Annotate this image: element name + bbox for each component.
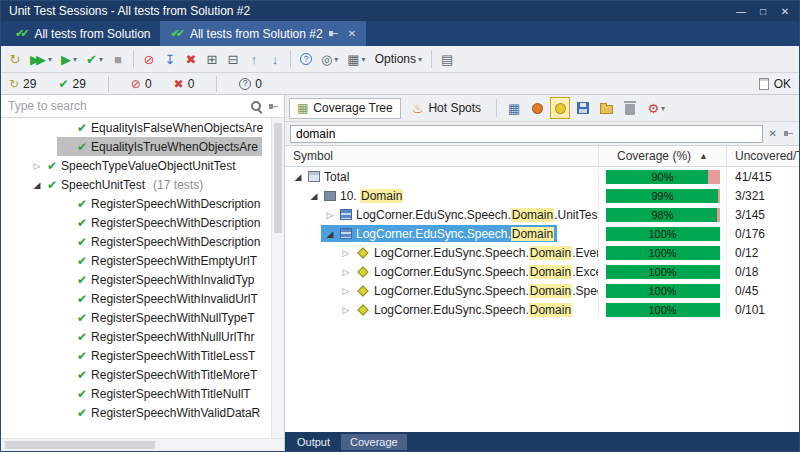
- delete-coverage-icon[interactable]: [620, 97, 640, 119]
- test-row[interactable]: ✔RegisterSpeechWithDescription: [1, 213, 271, 232]
- clear-filter-icon[interactable]: ✕: [769, 128, 777, 139]
- test-row[interactable]: ✔RegisterSpeechWithDescription: [1, 194, 271, 213]
- status-inconclusive: ?0: [239, 77, 262, 91]
- coverage-percent: 100%: [606, 227, 720, 241]
- close-button[interactable]: ✕: [775, 3, 795, 19]
- remove-tests-icon[interactable]: ✖: [181, 48, 201, 70]
- coverage-row[interactable]: ▷LogCorner.EduSync.Speech.Domain.Excep10…: [285, 262, 799, 281]
- rerun-tests-icon[interactable]: ↻: [5, 48, 25, 70]
- inconclusive-filter-icon[interactable]: ?: [296, 48, 316, 70]
- export-icon[interactable]: ▤: [437, 48, 457, 70]
- maximize-button[interactable]: □: [753, 3, 773, 19]
- status-inconclusive-value: 0: [255, 77, 262, 91]
- search-icon[interactable]: [250, 100, 263, 113]
- test-row[interactable]: ✔RegisterSpeechWithEmptyUrlT: [1, 251, 271, 270]
- coverage-row[interactable]: ▷LogCorner.EduSync.Speech.Domain.Speec10…: [285, 281, 799, 300]
- test-row[interactable]: ✔EqualityIsFalseWhenObjectsAre: [1, 118, 271, 137]
- tab-coverage-tree[interactable]: ▦Coverage Tree: [289, 98, 401, 119]
- collapse-icon[interactable]: ◢: [292, 172, 304, 182]
- expand-icon[interactable]: ▷: [340, 286, 352, 296]
- horizontal-scrollbar[interactable]: [1, 438, 284, 451]
- coverage-filter-input[interactable]: [290, 125, 763, 143]
- columns-icon[interactable]: ▦▾: [343, 48, 369, 70]
- coverage-percent: 100%: [606, 265, 720, 279]
- test-row[interactable]: ◢✔SpeechUnitTest(17 tests): [1, 175, 271, 194]
- status-passed-icon: ✔: [58, 78, 68, 90]
- rerun-failed-tests-icon[interactable]: ✔▾: [82, 48, 107, 70]
- status-separator: [108, 76, 109, 92]
- bottom-tab-coverage[interactable]: Coverage: [341, 434, 407, 450]
- test-row[interactable]: ✔RegisterSpeechWithNullUrlThr: [1, 327, 271, 346]
- column-header-symbol[interactable]: Symbol: [285, 146, 599, 166]
- test-row[interactable]: ✔RegisterSpeechWithTitleLessT: [1, 346, 271, 365]
- pin-icon[interactable]: [268, 101, 279, 112]
- test-row[interactable]: ✔RegisterSpeechWithTitleMoreT: [1, 365, 271, 384]
- test-row[interactable]: ✔RegisterSpeechWithInvalidUrlT: [1, 289, 271, 308]
- coverage-row[interactable]: ▷LogCorner.EduSync.Speech.Domain.UnitTes…: [285, 205, 799, 224]
- close-session-icon[interactable]: ⊟: [223, 48, 243, 70]
- test-row[interactable]: ✔RegisterSpeechWithDescription: [1, 232, 271, 251]
- status-row: ↻29✔29⊘0✖0?0 OK: [1, 73, 799, 95]
- search-input[interactable]: [6, 98, 245, 114]
- expand-icon[interactable]: ▷: [340, 305, 352, 315]
- scrollbar-thumb[interactable]: [5, 441, 155, 449]
- coverage-row[interactable]: ▷LogCorner.EduSync.Speech.Domain100%0/10…: [285, 300, 799, 319]
- test-row[interactable]: ✔RegisterSpeechWithNullTypeT: [1, 308, 271, 327]
- scrollbar-thumb[interactable]: [274, 123, 282, 233]
- coverage-bar: 100%: [606, 246, 720, 260]
- test-row[interactable]: ✔RegisterSpeechWithInvalidTyp: [1, 270, 271, 289]
- symbol-label: LogCorner.EduSync.Speech.Domain.Event: [374, 246, 599, 260]
- session-tab[interactable]: ✔✔All tests from Solution #2✕: [160, 21, 366, 46]
- add-session-icon[interactable]: ⊞: [202, 48, 222, 70]
- open-coverage-icon[interactable]: [596, 97, 617, 119]
- run-all-tests-icon[interactable]: ▶▶▾: [26, 48, 56, 70]
- expand-icon[interactable]: ▷: [324, 210, 336, 220]
- tab-hot-spots[interactable]: ♨Hot Spots: [404, 98, 489, 119]
- expand-icon[interactable]: ▷: [340, 248, 352, 258]
- expand-icon[interactable]: ▷: [31, 161, 43, 171]
- bottom-tab-output[interactable]: Output: [288, 434, 339, 450]
- session-tab[interactable]: ✔✔All tests from Solution: [5, 21, 160, 46]
- collapse-icon[interactable]: ◢: [308, 191, 320, 201]
- highlight-coverage-icon[interactable]: [550, 97, 570, 119]
- coverage-bar: 99%: [606, 189, 720, 203]
- test-row[interactable]: ✔RegisterSpeechWithTitleNullT: [1, 384, 271, 403]
- collapse-icon[interactable]: ◢: [324, 229, 336, 239]
- stop-icon[interactable]: ■: [108, 48, 128, 70]
- test-row[interactable]: ✔EqualityIsTrueWhenObjectsAre: [1, 137, 271, 156]
- group-by-icon[interactable]: ◎▾: [317, 48, 342, 70]
- minimize-button[interactable]: —: [731, 3, 751, 19]
- vertical-scrollbar[interactable]: [271, 118, 284, 438]
- column-header-coverage[interactable]: Coverage (%) ▲: [599, 146, 727, 166]
- project-icon: [324, 191, 336, 201]
- test-row[interactable]: ✔RegisterSpeechWithValidDataR: [1, 403, 271, 422]
- highlight-risks-icon[interactable]: [527, 97, 547, 119]
- next-test-icon[interactable]: ↓: [265, 48, 285, 70]
- close-tab-icon[interactable]: ✕: [348, 28, 356, 39]
- pin-icon[interactable]: [783, 128, 794, 139]
- configure-highlighting-icon[interactable]: ⚙▾: [643, 97, 669, 119]
- test-row[interactable]: ▷✔SpeechTypeValueObjectUnitTest: [1, 156, 271, 175]
- append-tests-icon[interactable]: ↧: [160, 48, 180, 70]
- coverage-row[interactable]: ▷LogCorner.EduSync.Speech.Domain.Event10…: [285, 243, 799, 262]
- status-inconclusive-icon: ?: [239, 78, 251, 90]
- save-coverage-icon[interactable]: [573, 97, 593, 119]
- titlebar: Unit Test Sessions - All tests from Solu…: [1, 1, 799, 21]
- symbol-label: LogCorner.EduSync.Speech.Domain.UnitTest: [356, 208, 599, 222]
- collapse-icon[interactable]: ◢: [31, 180, 43, 190]
- test-label: RegisterSpeechWithInvalidTyp: [91, 273, 254, 287]
- statistics-icon[interactable]: ▦: [504, 97, 524, 119]
- coverage-row[interactable]: ◢LogCorner.EduSync.Speech.Domain100%0/17…: [285, 224, 799, 243]
- status-failed-value: 0: [145, 77, 152, 91]
- run-selected-tests-icon[interactable]: ▶▾: [57, 48, 81, 70]
- test-label: RegisterSpeechWithEmptyUrlT: [91, 254, 257, 268]
- pin-icon[interactable]: [328, 28, 339, 39]
- abort-icon[interactable]: ⊘: [139, 48, 159, 70]
- previous-test-icon[interactable]: ↑: [244, 48, 264, 70]
- test-passed-icon: ✔: [47, 178, 57, 192]
- expand-icon[interactable]: ▷: [340, 267, 352, 277]
- coverage-row[interactable]: ◢10. Domain99%3/321: [285, 186, 799, 205]
- options-button[interactable]: Options▾: [371, 48, 426, 70]
- column-header-uncovered[interactable]: Uncovered/Tota: [727, 146, 799, 166]
- coverage-row[interactable]: ◢Total90%41/415: [285, 167, 799, 186]
